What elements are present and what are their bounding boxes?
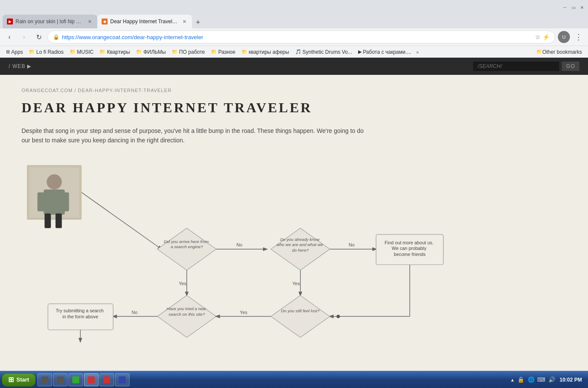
- taskbar-clock[interactable]: 10:02 PM: [558, 376, 584, 384]
- taskbar-app-4[interactable]: [84, 373, 99, 386]
- svg-text:Do you still feel lost?: Do you still feel lost?: [281, 308, 320, 313]
- tab-1[interactable]: ▶ Rain on your skin | lofi hip ho... ✕: [3, 15, 97, 28]
- title-bar: ─ ▭ ✕: [0, 0, 588, 13]
- tab-2[interactable]: ◆ Dear Happy Internet Traveler | W... ✕: [97, 15, 192, 28]
- bookmark-rabota[interactable]: ▶ Работа с чакрами....: [356, 48, 414, 56]
- rabota-icon: ▶: [358, 49, 362, 55]
- music-bookmark-icon: 📁: [70, 49, 76, 55]
- svg-point-25: [337, 314, 340, 318]
- bookmark-music-label: MUSIC: [77, 49, 94, 55]
- taskbar-app-3-icon: [72, 376, 79, 383]
- avatar-initial: U: [562, 34, 566, 40]
- bookmarks-bar: ⊞ Apps 📁 Lo fi Radios 📁 MUSIC 📁 Квартиры…: [0, 46, 588, 58]
- bookmarks-more-arrow[interactable]: »: [415, 49, 421, 55]
- taskbar-apps: [37, 373, 508, 386]
- bookmark-lofi-label: Lo fi Radios: [36, 49, 63, 55]
- start-button[interactable]: ⊞ Start: [2, 373, 36, 387]
- new-tab-button[interactable]: +: [192, 16, 204, 28]
- raznoe-bookmark-icon: 📁: [211, 49, 217, 55]
- kvartiry-bookmark-icon: 📁: [99, 49, 105, 55]
- bookmark-raznoe[interactable]: 📁 Разное: [208, 48, 238, 56]
- bookmark-lofi[interactable]: 📁 Lo fi Radios: [26, 48, 66, 56]
- search-input[interactable]: [473, 62, 559, 71]
- user-avatar[interactable]: U: [558, 31, 570, 43]
- tab-2-close[interactable]: ✕: [181, 18, 188, 25]
- svg-point-2: [46, 174, 62, 189]
- bookmark-kvartiry-afery-label: квартиры аферы: [249, 49, 289, 55]
- reload-button[interactable]: ↻: [33, 31, 45, 43]
- taskbar-app-1-icon: [41, 376, 48, 383]
- breadcrumb: ORANGECOAT.COM / DEAR-HAPPY-INTERNET-TRA…: [22, 88, 495, 93]
- taskbar-volume-icon[interactable]: 🔊: [548, 376, 556, 384]
- bookmark-apps-label: Apps: [11, 49, 23, 55]
- lightning-icon[interactable]: ⚡: [542, 34, 550, 40]
- star-icon[interactable]: ☆: [535, 34, 541, 40]
- bookmark-filmy[interactable]: 📁 ФИЛЬМы: [133, 48, 168, 56]
- back-button[interactable]: ‹: [3, 31, 15, 43]
- forward-button[interactable]: ›: [18, 31, 30, 43]
- window-controls: ─ ▭ ✕: [561, 4, 585, 11]
- svg-text:Yes: Yes: [240, 310, 248, 315]
- taskbar-app-5-icon: [103, 376, 110, 383]
- lock-icon: 🔒: [53, 34, 59, 40]
- taskbar-app-2[interactable]: [53, 373, 68, 386]
- taskbar-app-6-icon: [119, 376, 126, 383]
- close-button[interactable]: ✕: [579, 4, 585, 11]
- address-box[interactable]: 🔒 https://www.orangecoat.com/dear-happy-…: [47, 31, 555, 43]
- page-description: Despite that song in your step and sense…: [22, 126, 366, 145]
- tab-2-favicon: ◆: [102, 18, 108, 25]
- breadcrumb-separator: /: [74, 88, 78, 93]
- address-right-icons: ☆ ⚡: [535, 34, 550, 40]
- bookmark-filmy-label: ФИЛЬМы: [143, 49, 166, 55]
- page-title: DEAR HAPPY INTERNET TRAVELER: [22, 100, 495, 116]
- bookmark-raznoe-label: Разное: [218, 49, 235, 55]
- start-label: Start: [16, 376, 29, 383]
- svg-marker-28: [271, 296, 330, 338]
- browser-window: ─ ▭ ✕ ▶ Rain on your skin | lofi hip ho.…: [0, 0, 588, 58]
- taskbar-keyboard-icon: ⌨: [537, 376, 546, 384]
- site-nav-web[interactable]: / WEB ▶: [9, 63, 31, 69]
- bookmark-kvartiry-afery[interactable]: 📁 квартиры аферы: [239, 48, 292, 56]
- lofi-bookmark-icon: 📁: [29, 49, 35, 55]
- filmy-bookmark-icon: 📁: [136, 49, 142, 55]
- tab-1-title: Rain on your skin | lofi hip ho...: [15, 18, 84, 25]
- taskbar-app-2-icon: [57, 376, 64, 383]
- breadcrumb-site[interactable]: ORANGECOAT.COM: [22, 88, 73, 93]
- clock-time: 10:02 PM: [560, 377, 582, 383]
- taskbar-right: ▲ 🔒 🌐 ⌨ 🔊 10:02 PM: [508, 376, 586, 384]
- minimize-button[interactable]: ─: [561, 4, 568, 11]
- svg-text:No: No: [132, 310, 138, 315]
- chrome-menu-button[interactable]: ⋮: [573, 31, 585, 43]
- go-button[interactable]: GO: [562, 62, 579, 71]
- maximize-button[interactable]: ▭: [570, 4, 577, 11]
- taskbar-app-1[interactable]: [37, 373, 52, 386]
- tray-arrow[interactable]: ▲: [510, 377, 515, 382]
- bookmark-other[interactable]: 📁 Other bookmarks: [534, 48, 585, 56]
- taskbar: ⊞ Start ▲ 🔒 🌐 ⌨ 🔊 10:02 PM: [0, 371, 588, 388]
- search-area: GO: [473, 62, 579, 71]
- svg-line-8: [82, 192, 162, 249]
- tab-1-close[interactable]: ✕: [86, 18, 93, 25]
- bookmark-kvartiry[interactable]: 📁 Квартиры: [97, 48, 133, 56]
- bookmark-po-rabote-label: ПО работе: [179, 49, 205, 55]
- taskbar-app-5[interactable]: [99, 373, 114, 386]
- breadcrumb-page[interactable]: DEAR-HAPPY-INTERNET-TRAVELER: [78, 88, 171, 93]
- taskbar-app-4-icon: [88, 376, 95, 383]
- bookmark-kvartiry-label: Квартиры: [107, 49, 130, 55]
- bookmark-music[interactable]: 📁 MUSIC: [67, 48, 96, 56]
- other-bookmark-icon: 📁: [536, 49, 542, 55]
- svg-rect-5: [61, 192, 69, 211]
- page-content: ORANGECOAT.COM / DEAR-HAPPY-INTERNET-TRA…: [0, 75, 517, 359]
- address-bar-row: ‹ › ↻ 🔒 https://www.orangecoat.com/dear-…: [0, 28, 588, 46]
- bookmark-apps[interactable]: ⊞ Apps: [3, 48, 25, 56]
- taskbar-lock-icon: 🔒: [517, 376, 525, 384]
- bookmark-po-rabote[interactable]: 📁 ПО работе: [169, 48, 207, 56]
- tabs-row: ▶ Rain on your skin | lofi hip ho... ✕ ◆…: [0, 13, 588, 28]
- tab-2-title: Dear Happy Internet Traveler | W...: [110, 18, 178, 25]
- po-rabote-bookmark-icon: 📁: [172, 49, 178, 55]
- bookmark-synthetic[interactable]: 🎵 Synthetic Drums Vo...: [293, 48, 355, 56]
- svg-text:Yes: Yes: [179, 281, 186, 286]
- taskbar-app-3[interactable]: [68, 373, 83, 386]
- svg-text:Yes: Yes: [292, 281, 300, 286]
- taskbar-app-6[interactable]: [115, 373, 130, 386]
